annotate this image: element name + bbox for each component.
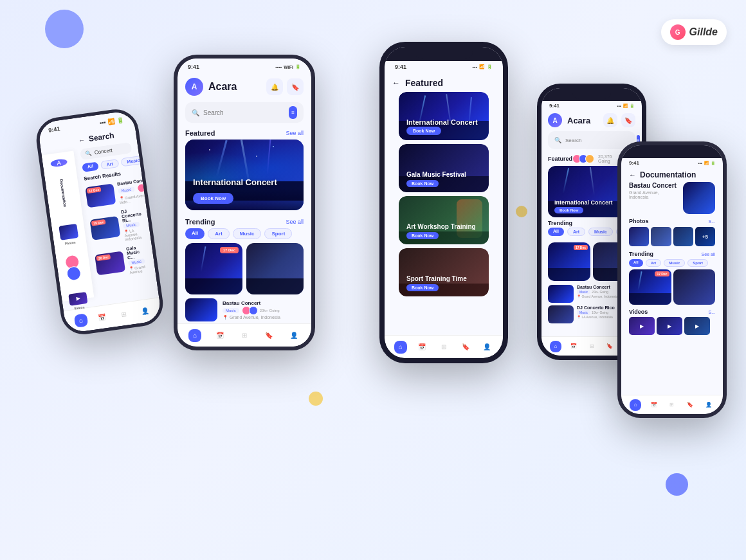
header-icons: 🔔 🔖 (266, 78, 304, 95)
user-icon-main: 👤 (287, 329, 300, 342)
nav-cal-main[interactable]: 📅 (214, 329, 226, 342)
photos-see-more[interactable]: S... (708, 219, 715, 224)
filter-all[interactable]: All (82, 162, 99, 172)
home-icon-doc: ⌂ (630, 399, 641, 411)
video-2: ▶ (657, 317, 682, 335)
main-search-input[interactable] (203, 109, 285, 116)
doc-filter-tabs: All Art Music Sport (629, 259, 715, 267)
phone-search-screen: 9:41 ▪▪▪ 📶 🔋 A Documentation Photos ▶ (37, 110, 162, 334)
event-item-1[interactable]: Bastau Concert Music 20k+ Going 📍 Grand … (185, 298, 304, 321)
cal-icon-main: 📅 (214, 329, 226, 342)
nav-cal-featured[interactable]: 📅 (415, 341, 428, 354)
nav-grid-acara[interactable]: ⊞ (586, 341, 597, 352)
videos-grid: ▶ ▶ ▶ (629, 317, 715, 335)
nav-home[interactable]: ⌂ (73, 313, 88, 328)
notification-btn[interactable]: 🔔 (266, 78, 283, 95)
event-location-1: 📍 Grand Avenue, Indonesia (223, 315, 304, 320)
trending-card-2[interactable] (246, 243, 304, 294)
camera-cutout (415, 49, 473, 59)
tab-music-acara[interactable]: Music (588, 228, 613, 236)
nav-grid[interactable]: ⊞ (116, 307, 131, 321)
trending-date-small-1: 17 Dec (574, 245, 588, 250)
bookmark-btn[interactable]: 🔖 (287, 78, 304, 95)
tab-music[interactable]: Music (233, 228, 262, 239)
trending-card-small-1[interactable]: 17 Dec (548, 242, 590, 281)
featured-cards-list: International Concert Book Now Gala Musi… (385, 92, 503, 296)
filter-art[interactable]: Art (100, 159, 120, 170)
nav-home-acara[interactable]: ⌂ (550, 341, 561, 352)
acara-small-header: A Acara 🔔 🔖 (541, 111, 642, 130)
featured-label-acara: Featured (548, 156, 572, 162)
featured-sport-card[interactable]: Sport Training Time Book Now (399, 248, 489, 296)
doc-date-1: 17 Dec (655, 271, 669, 276)
nav-home-featured[interactable]: ⌂ (394, 341, 407, 354)
book-btn-acara-small[interactable]: Book Now (554, 207, 583, 213)
art-book-btn[interactable]: Book Now (406, 232, 439, 239)
phone-search: 9:41 ▪▪▪ 📶 🔋 A Documentation Photos ▶ (33, 107, 166, 338)
doc-tab-all[interactable]: All (629, 259, 643, 267)
trending-see-all[interactable]: See all (286, 219, 304, 225)
featured-card-main[interactable]: International Concert Book Now (185, 140, 304, 210)
back-arrow[interactable]: ← (78, 136, 85, 144)
going-avatars (572, 154, 594, 163)
nav-cal-acara[interactable]: 📅 (568, 341, 579, 352)
filter-icon[interactable]: ≡ (289, 106, 297, 119)
nav-user-main[interactable]: 👤 (287, 329, 300, 342)
book-now-btn-main[interactable]: Book Now (193, 193, 233, 204)
nav-home-main[interactable]: ⌂ (188, 329, 201, 342)
videos-more[interactable]: S... (708, 310, 715, 314)
event-info-1: Bastau Concert Music 20k+ Going 📍 Grand … (223, 300, 304, 320)
search-input-acara-small[interactable] (565, 138, 633, 143)
featured-concert-card[interactable]: International Concert Book Now (399, 92, 489, 140)
nav-user-doc[interactable]: 👤 (703, 399, 714, 411)
home-icon: ⌂ (73, 313, 88, 328)
tab-all[interactable]: All (185, 228, 205, 239)
featured-art-card[interactable]: Art Workshop Training Book Now (399, 196, 489, 244)
trending-card-1[interactable]: 17 Dec (185, 243, 242, 294)
nav-calendar[interactable]: 📅 (95, 310, 110, 325)
featured-back[interactable]: ← (392, 78, 400, 87)
nav-grid-main[interactable]: ⊞ (238, 329, 251, 342)
doc-trending-2[interactable] (673, 269, 716, 305)
tab-art[interactable]: Art (208, 228, 230, 239)
brand-name: Gillde (689, 26, 718, 38)
nav-profile[interactable]: 👤 (138, 304, 152, 319)
nav-grid-doc[interactable]: ⊞ (666, 399, 678, 411)
doc-tab-sport[interactable]: Sport (687, 259, 708, 267)
featured-see-all[interactable]: See all (286, 130, 304, 136)
trending-filters: All Art Music Sport (177, 228, 311, 239)
doc-tab-music[interactable]: Music (664, 259, 685, 267)
decoration-blob-yellow2 (309, 392, 323, 406)
nav-user-featured[interactable]: 👤 (480, 341, 493, 354)
status-bar-doc: 9:41 ▪▪▪ 📶 🔋 (621, 158, 723, 168)
featured-gala-card[interactable]: Gala Music Festival Book Now (399, 144, 489, 192)
grid-icon-doc: ⊞ (666, 399, 678, 411)
filter-music[interactable]: Music (121, 155, 146, 167)
notif-btn-small[interactable]: 🔔 (603, 113, 617, 127)
gala-book-btn[interactable]: Book Now (406, 180, 439, 187)
main-search-bar[interactable]: 🔍 ≡ (185, 102, 304, 123)
profile-icon: 👤 (138, 304, 152, 319)
tab-sport[interactable]: Sport (264, 228, 292, 239)
search-bar-acara-small[interactable]: 🔍 ≡ (548, 131, 635, 149)
concert-book-btn[interactable]: Book Now (406, 127, 441, 135)
sport-book-btn[interactable]: Book Now (406, 284, 439, 291)
home-icon-acara: ⌂ (550, 341, 561, 352)
nav-bm-featured[interactable]: 🔖 (459, 341, 472, 354)
nav-cal-doc[interactable]: 📅 (648, 399, 660, 411)
doc-back-arrow[interactable]: ← (629, 171, 636, 179)
doc-trending-more[interactable]: See all (702, 252, 715, 257)
tab-art-acara[interactable]: Art (567, 228, 585, 236)
tab-all-acara[interactable]: All (548, 228, 564, 236)
doc-tab-art[interactable]: Art (646, 259, 662, 267)
bottom-nav-featured: ⌂ 📅 ⊞ 🔖 👤 (385, 335, 503, 358)
nav-bm-acara[interactable]: 🔖 (604, 341, 615, 352)
nav-bookmark-main[interactable]: 🔖 (262, 329, 275, 342)
nav-bm-doc[interactable]: 🔖 (684, 399, 696, 411)
nav-home-doc[interactable]: ⌂ (630, 399, 641, 411)
phone-main-screen: 9:41 ▪▪▪▪ WiFi 🔋 A Acara 🔔 🔖 🔍 ≡ Feature… (177, 59, 311, 347)
bm-btn-small[interactable]: 🔖 (621, 113, 635, 127)
videos-section: Videos S... ▶ ▶ ▶ (621, 306, 723, 336)
nav-grid-featured[interactable]: ⊞ (437, 341, 450, 354)
doc-trending-1[interactable]: 17 Dec (629, 269, 671, 305)
